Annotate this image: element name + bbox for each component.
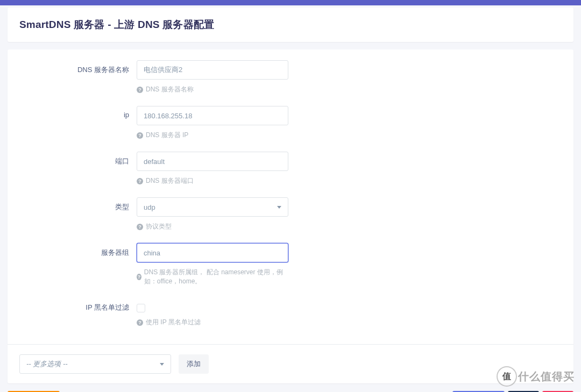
- row-group: 服务器组 ? DNS 服务器所属组， 配合 nameserver 使用，例如：o…: [19, 243, 562, 296]
- page-header: SmartDNS 服务器 - 上游 DNS 服务器配置: [8, 8, 573, 42]
- label-port: 端口: [19, 152, 137, 166]
- options-bar: -- 更多选项 -- 添加: [8, 344, 573, 383]
- form-body: DNS 服务器名称 ? DNS 服务器名称 ip ? DNS 服务器 IP 端口: [8, 49, 573, 344]
- label-dns-name: DNS 服务器名称: [19, 60, 137, 75]
- help-type: ? 协议类型: [137, 222, 288, 231]
- row-blacklist: IP 黑名单过滤 ? 使用 IP 黑名单过滤: [19, 298, 562, 337]
- label-blacklist: IP 黑名单过滤: [19, 298, 137, 312]
- label-type: 类型: [19, 197, 137, 212]
- input-port[interactable]: [137, 152, 288, 171]
- help-ip: ? DNS 服务器 IP: [137, 131, 288, 140]
- help-icon: ?: [137, 132, 143, 139]
- help-icon: ?: [137, 224, 143, 230]
- help-icon: ?: [137, 319, 143, 326]
- watermark-badge: 值: [497, 366, 517, 387]
- input-ip[interactable]: [137, 106, 288, 125]
- help-blacklist: ? 使用 IP 黑名单过滤: [137, 318, 288, 327]
- label-group: 服务器组: [19, 243, 137, 258]
- checkbox-blacklist[interactable]: [137, 304, 145, 312]
- help-icon: ?: [137, 87, 143, 93]
- help-icon: ?: [137, 274, 141, 280]
- help-port: ? DNS 服务器端口: [137, 176, 288, 186]
- row-dns-name: DNS 服务器名称 ? DNS 服务器名称: [19, 60, 562, 104]
- help-icon: ?: [137, 178, 143, 184]
- select-type[interactable]: udp: [137, 197, 288, 217]
- select-more-options[interactable]: -- 更多选项 --: [19, 354, 171, 374]
- chevron-down-icon: [160, 363, 164, 366]
- top-accent-bar: [0, 0, 581, 5]
- input-dns-name[interactable]: [137, 60, 288, 80]
- watermark: 值 什么值得买: [497, 366, 575, 387]
- help-dns-name: ? DNS 服务器名称: [137, 85, 288, 94]
- add-button[interactable]: 添加: [179, 354, 209, 374]
- row-type: 类型 udp ? 协议类型: [19, 197, 562, 241]
- watermark-text: 什么值得买: [518, 369, 575, 384]
- input-group[interactable]: [137, 243, 288, 262]
- page-title: SmartDNS 服务器 - 上游 DNS 服务器配置: [19, 18, 562, 32]
- row-port: 端口 ? DNS 服务器端口: [19, 152, 562, 195]
- chevron-down-icon: [277, 206, 281, 209]
- row-ip: ip ? DNS 服务器 IP: [19, 106, 562, 149]
- form-card: DNS 服务器名称 ? DNS 服务器名称 ip ? DNS 服务器 IP 端口: [8, 49, 573, 383]
- help-group: ? DNS 服务器所属组， 配合 nameserver 使用，例如：office…: [137, 268, 288, 286]
- label-ip: ip: [19, 106, 137, 119]
